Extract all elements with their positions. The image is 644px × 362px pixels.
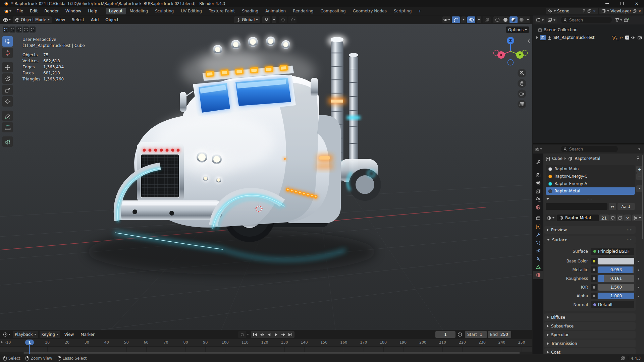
new-material-button[interactable] (617, 215, 624, 221)
workspace-tab-animation[interactable]: Animation (262, 8, 289, 14)
axis-negative-z[interactable] (508, 60, 514, 65)
network-offline-icon[interactable] (621, 356, 625, 361)
ior-slider[interactable]: 1.500 (598, 284, 634, 291)
timeline-editor-type-button[interactable] (2, 332, 11, 337)
jump-to-start-button[interactable] (252, 332, 258, 338)
viewport-menu-select[interactable]: Select (69, 17, 87, 23)
keying-menu[interactable]: Keying (40, 331, 60, 338)
outliner-search-input[interactable]: Search (561, 17, 612, 23)
workspace-tab-texture-paint[interactable]: Texture Paint (206, 8, 238, 14)
workspace-tab-compositing[interactable]: Compositing (317, 8, 349, 14)
tab-object[interactable] (533, 223, 543, 231)
menu-window[interactable]: Window (62, 8, 84, 14)
tool-add-cube[interactable] (2, 136, 13, 147)
shading-solid-button[interactable] (501, 16, 509, 23)
material-slot-selected[interactable]: Raptor-Metal (546, 187, 635, 195)
menu-render[interactable]: Render (41, 8, 62, 14)
frame-end-field[interactable]: End 250 (488, 331, 511, 338)
timeline-expand-icon[interactable] (1, 341, 3, 344)
new-collection-button[interactable]: + (624, 18, 630, 22)
selectable-checkbox[interactable]: ✓ (625, 36, 629, 40)
proportional-edit-toggle[interactable] (279, 16, 287, 23)
base-color-swatch[interactable] (598, 258, 634, 264)
breadcrumb-object[interactable]: Cube (552, 156, 562, 161)
workspace-tab-geometry-nodes[interactable]: Geometry Nodes (350, 8, 390, 14)
tab-world[interactable] (533, 203, 543, 212)
list-filter-invert-button[interactable]: ↔ (609, 203, 616, 210)
scene-selector[interactable]: Scene × (546, 8, 598, 14)
link-material-dropdown[interactable] (632, 215, 642, 221)
navigation-gizmo[interactable]: Z X Y (489, 32, 532, 123)
snap-toggle[interactable] (262, 16, 270, 23)
viewlayer-selector[interactable]: ViewLayer × (599, 8, 643, 14)
editor-type-button[interactable] (2, 17, 12, 22)
xray-toggle[interactable] (483, 16, 491, 23)
transform-orientation-dropdown[interactable]: Global (234, 16, 260, 23)
normal-field[interactable]: Default (591, 301, 634, 308)
timeline-channels[interactable] (0, 347, 532, 352)
pin-icon[interactable] (582, 9, 586, 13)
workspace-tab-scripting[interactable]: Scripting (390, 8, 415, 14)
menu-help[interactable]: Help (85, 8, 100, 14)
maximize-button[interactable] (614, 0, 629, 7)
properties-options-dropdown[interactable] (638, 148, 640, 150)
tool-cursor[interactable] (2, 48, 13, 58)
workspace-tab-layout[interactable]: Layout (106, 8, 126, 14)
roughness-slider[interactable]: 0.161 (598, 275, 634, 282)
region-collapse-icon[interactable] (528, 39, 530, 43)
hide-eye-icon[interactable] (631, 35, 636, 40)
outliner-filter-id-dropdown[interactable] (546, 17, 557, 23)
pin-id-icon[interactable] (636, 156, 640, 161)
play-reverse-button[interactable] (266, 332, 272, 338)
current-frame-indicator[interactable]: 1 (25, 340, 34, 345)
breadcrumb-material[interactable]: Raptor-Metal (575, 156, 600, 161)
panel-diffuse[interactable]: Diffuse (544, 313, 636, 321)
tab-constraints[interactable] (533, 255, 543, 263)
outliner-row-scene-collection[interactable]: Scene Collection (538, 27, 578, 32)
next-keyframe-button[interactable] (280, 332, 286, 338)
tab-scene[interactable] (533, 195, 543, 203)
animate-dot[interactable] (638, 269, 639, 271)
workspace-tab-modeling[interactable]: Modeling (126, 8, 152, 14)
select-mode-extend[interactable] (9, 26, 15, 33)
axis-z[interactable]: Z (507, 37, 514, 44)
properties-editor-type-button[interactable] (535, 147, 542, 152)
tool-measure[interactable] (2, 122, 13, 132)
nav-pan-button[interactable] (518, 79, 526, 88)
animate-dot[interactable] (638, 287, 639, 288)
mode-dropdown[interactable]: Object Mode (13, 16, 52, 23)
panel-coat[interactable]: Coat (544, 348, 636, 354)
tool-move[interactable] (2, 62, 13, 72)
nav-camera-button[interactable] (518, 89, 526, 98)
proportional-falloff-dropdown[interactable] (288, 16, 297, 23)
tool-transform[interactable] (2, 96, 13, 107)
app-menu-button[interactable] (2, 8, 13, 14)
prev-keyframe-button[interactable] (259, 332, 265, 338)
select-mode-invert[interactable] (23, 26, 29, 33)
remove-viewlayer-icon[interactable]: × (638, 9, 641, 13)
copy-icon[interactable] (587, 9, 591, 13)
snap-dropdown[interactable] (272, 16, 276, 23)
playback-menu[interactable]: Playback (13, 331, 38, 338)
tool-scale[interactable] (2, 85, 13, 95)
add-workspace-button[interactable]: + (415, 9, 424, 13)
jump-to-end-button[interactable] (287, 332, 293, 338)
viewport-menu-view[interactable]: View (53, 17, 68, 23)
options-button[interactable]: Options (506, 26, 529, 33)
render-visibility-icon[interactable] (637, 35, 642, 40)
viewport-menu-object[interactable]: Object (103, 17, 121, 23)
material-users-button[interactable]: 21 (599, 215, 609, 221)
menu-file[interactable]: File (13, 8, 26, 14)
select-mode-set[interactable] (3, 26, 9, 33)
outliner-row-object[interactable]: SM_RaptorTruck-Test 71 ✓ (536, 35, 642, 40)
tab-output[interactable] (533, 179, 543, 187)
show-overlays-toggle[interactable] (467, 16, 475, 23)
viewport-3d[interactable]: Object Mode View Select Add Object Globa… (0, 15, 532, 330)
metallic-slider[interactable]: 0.953 (598, 266, 634, 273)
timeline-ruler[interactable]: -101020304050607080901001101201301401501… (0, 339, 532, 347)
tool-annotate[interactable] (2, 111, 13, 121)
tab-object-data[interactable] (533, 263, 543, 271)
show-gizmo-toggle[interactable] (452, 16, 460, 23)
tab-modifiers[interactable] (533, 231, 543, 239)
expand-icon[interactable] (536, 36, 538, 39)
